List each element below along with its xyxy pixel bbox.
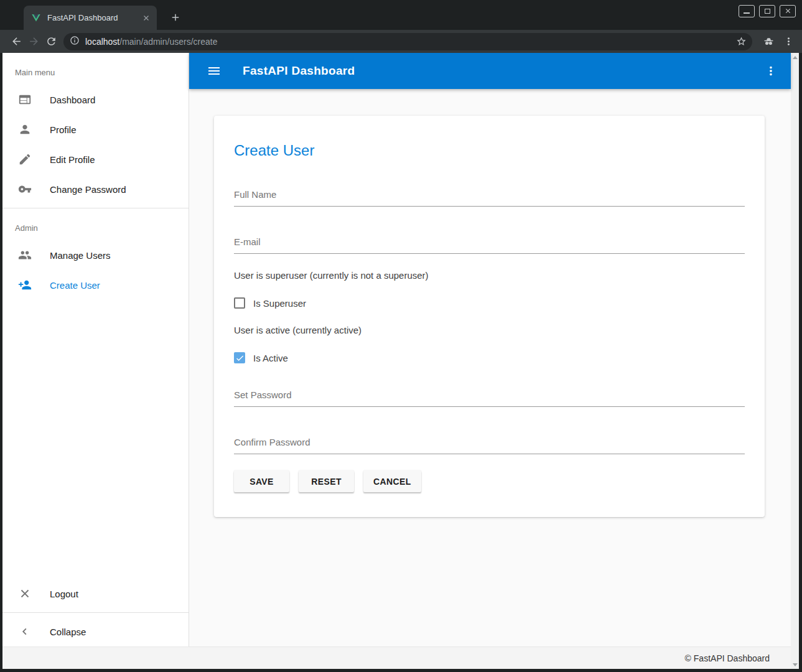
minimize-icon [744, 12, 750, 14]
sidebar-item-profile[interactable]: Profile [2, 114, 189, 144]
vue-logo-icon [31, 13, 41, 23]
confirm-password-field-wrap [234, 433, 745, 454]
sidebar-section-admin: Admin [2, 212, 189, 240]
sidebar-section-main-menu: Main menu [2, 53, 189, 85]
footer-copyright: © FastAPI Dashboard [685, 653, 770, 663]
sidebar-divider [2, 612, 189, 613]
sidebar-item-dashboard[interactable]: Dashboard [2, 85, 189, 114]
window-controls [739, 5, 796, 17]
forward-button[interactable] [25, 33, 42, 50]
set-password-input[interactable] [234, 386, 745, 407]
page-content: Create User User is superuser (currently… [189, 89, 791, 646]
sidebar-item-edit-profile[interactable]: Edit Profile [2, 144, 189, 174]
is-superuser-label: Is Superuser [253, 298, 306, 309]
incognito-icon [760, 33, 777, 50]
close-button[interactable] [780, 5, 796, 17]
page-footer: © FastAPI Dashboard [2, 646, 791, 669]
email-input[interactable] [234, 233, 745, 254]
reload-icon [45, 35, 57, 47]
superuser-hint: User is superuser (currently is not a su… [234, 270, 745, 281]
is-active-checkbox-row[interactable]: Is Active [234, 352, 745, 363]
form-buttons: SAVE RESET CANCEL [234, 470, 745, 492]
site-info-icon[interactable] [70, 35, 80, 48]
dashboard-icon [17, 92, 32, 107]
app-menu-kebab-icon[interactable] [760, 60, 782, 82]
set-password-field-wrap [234, 386, 745, 407]
full-name-field-wrap [234, 185, 745, 207]
sidebar-item-label: Manage Users [50, 250, 111, 261]
is-superuser-checkbox[interactable] [234, 297, 245, 309]
reload-button[interactable] [42, 33, 60, 50]
sidebar-item-manage-users[interactable]: Manage Users [2, 240, 189, 270]
email-field-wrap [234, 233, 745, 254]
close-icon [785, 6, 791, 17]
vertical-scrollbar[interactable] [791, 53, 799, 669]
sidebar-item-label: Logout [50, 589, 78, 599]
forward-arrow-icon [28, 35, 40, 47]
sidebar-item-label: Edit Profile [50, 154, 95, 165]
is-superuser-checkbox-row[interactable]: Is Superuser [234, 297, 745, 309]
sidebar-item-label: Create User [50, 280, 100, 291]
confirm-password-input[interactable] [234, 433, 745, 454]
scroll-up-arrow-icon[interactable] [791, 53, 799, 62]
sidebar: Main menu Dashboard Profile Edit Profile [2, 53, 189, 646]
address-bar[interactable]: localhost/main/admin/users/create [63, 33, 752, 50]
checkmark-icon [235, 353, 245, 363]
pencil-icon [17, 152, 32, 167]
minimize-button[interactable] [739, 5, 755, 17]
create-user-card: Create User User is superuser (currently… [214, 116, 765, 517]
chevron-left-icon [17, 624, 32, 639]
maximize-icon [765, 9, 770, 14]
browser-menu-kebab-icon[interactable] [780, 33, 797, 50]
sidebar-item-label: Dashboard [50, 95, 95, 105]
browser-window: FastAPI Dashboard localhost/m [0, 0, 802, 672]
new-tab-button[interactable] [167, 9, 184, 26]
full-name-input[interactable] [234, 185, 745, 207]
url-text: localhost/main/admin/users/create [85, 37, 734, 47]
app-bar: FastAPI Dashboard [189, 53, 791, 89]
hamburger-menu-icon[interactable] [203, 60, 225, 82]
tab-close-icon[interactable] [141, 12, 152, 24]
app-title: FastAPI Dashboard [243, 64, 760, 78]
page-title: Create User [234, 142, 745, 159]
maximize-button[interactable] [759, 5, 775, 17]
sidebar-spacer [2, 300, 189, 579]
cancel-button[interactable]: CANCEL [363, 470, 421, 492]
back-button[interactable] [7, 33, 25, 50]
tab-title: FastAPI Dashboard [47, 13, 141, 22]
browser-tab[interactable]: FastAPI Dashboard [24, 6, 157, 30]
sidebar-item-label: Change Password [50, 184, 126, 195]
tab-strip: FastAPI Dashboard [0, 0, 802, 30]
active-hint: User is active (currently active) [234, 325, 745, 335]
sidebar-item-label: Profile [50, 124, 77, 135]
browser-toolbar: localhost/main/admin/users/create [0, 30, 802, 53]
sidebar-item-logout[interactable]: Logout [2, 579, 189, 609]
save-button[interactable]: SAVE [234, 470, 289, 492]
main-area: FastAPI Dashboard Create User [189, 53, 791, 646]
people-icon [17, 248, 32, 263]
url-host: localhost [85, 37, 119, 47]
person-icon [17, 122, 32, 137]
scroll-down-arrow-icon[interactable] [791, 660, 799, 669]
sidebar-item-label: Collapse [50, 627, 86, 637]
page-viewport: Main menu Dashboard Profile Edit Profile [2, 53, 799, 669]
key-icon [17, 182, 32, 197]
sidebar-item-change-password[interactable]: Change Password [2, 174, 189, 204]
logout-x-icon [17, 586, 32, 601]
reset-button[interactable]: RESET [299, 470, 354, 492]
sidebar-item-create-user[interactable]: Create User [2, 270, 189, 300]
back-arrow-icon [11, 35, 22, 47]
is-active-checkbox[interactable] [234, 352, 245, 363]
person-add-icon [17, 278, 32, 292]
sidebar-item-collapse[interactable]: Collapse [2, 617, 189, 646]
sidebar-divider [2, 208, 189, 208]
is-active-label: Is Active [253, 353, 288, 363]
bookmark-star-icon[interactable] [734, 34, 748, 49]
url-path: /main/admin/users/create [119, 37, 217, 47]
